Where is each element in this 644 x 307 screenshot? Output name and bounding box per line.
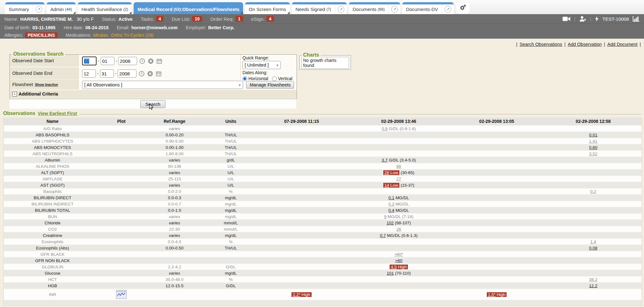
observation-value-link[interactable]: >60* [394,252,403,257]
observation-value-link[interactable]: 0.08 [589,246,597,250]
observation-value-link[interactable]: 26 [385,170,389,175]
observation-cell [101,132,142,138]
observation-value-link[interactable]: 3.7 [382,158,388,162]
observation-name-cell: Creatinine [4,233,101,239]
observation-name-cell: GFR BLACK [4,251,101,258]
observation-value-link[interactable]: 38.2 [589,277,597,282]
observation-cell: 0.00-0.20 [142,132,208,138]
observation-cell: 0.0-0.3 [142,195,208,201]
order-req-label: Order Req: [210,16,234,22]
date-end-month-input[interactable]: 12 [82,69,96,78]
tab-label: On Screen Forms [245,4,290,14]
observation-cell: mg/dL [208,195,254,201]
view-earliest-first-link[interactable]: View Earliest First [38,111,77,116]
observation-value-link[interactable]: 3.52 [589,151,597,156]
search-observations-link[interactable]: Search Observations [519,42,562,47]
allergy-badge[interactable]: PENICILLINS [25,32,58,38]
due-list-count-badge[interactable]: 10 [192,16,202,22]
observation-cell [101,207,142,214]
observation-value-link[interactable]: 2.2* [293,292,300,297]
observation-name-cell: ABS LYMPHOCYTES [4,138,101,145]
tab-health-surveillance[interactable]: Health Surveillance(2) [78,2,132,14]
tab-menu-indicator [73,12,75,14]
observation-value-link[interactable]: 1.4 [590,239,596,244]
add-observation-link[interactable]: Add Observation [568,42,602,47]
observation-cell: 1.5* High [448,289,545,300]
observation-cell [545,270,641,277]
date-end-year-input[interactable]: 2008 [118,69,136,78]
popout-icon[interactable]: ↗ [335,4,347,14]
observation-value-link[interactable]: 86 [396,164,401,169]
order-req-count-badge[interactable]: 1 [236,16,243,22]
tab-menu-indicator [129,12,131,14]
additional-criteria-label[interactable]: Additional Criteria [19,91,58,96]
date-start-month-input[interactable]: 01 [82,57,97,65]
date-start-day-input[interactable]: 01 [101,57,114,65]
medication-link[interactable]: Ortho Tri-Cyclen (28) [111,33,153,38]
observation-name-cell: HCT [4,277,101,283]
observation-value-link[interactable]: 12.2 [589,283,597,288]
lightning-icon[interactable] [595,16,599,22]
tasks-count-badge[interactable]: 4 [156,16,164,22]
quick-range-select[interactable]: [ Unlimited ] ∨ [242,61,281,69]
observation-value-link[interactable]: 1.5* [488,292,496,297]
observation-value-link[interactable]: 9 [384,214,386,219]
observation-cell [101,245,142,251]
search-button[interactable]: Search [140,100,165,108]
popout-icon[interactable]: ↗ [388,4,400,14]
calendar-icon[interactable] [156,58,163,64]
time-icon[interactable] [139,70,145,77]
observation-value-link[interactable]: 101 [387,271,394,276]
observation-value-link[interactable]: 0.3 [388,202,394,206]
clear-date-icon[interactable] [147,70,153,77]
clear-date-icon[interactable] [148,58,154,64]
observation-value-link[interactable]: 0.7 [380,233,386,238]
manage-flowsheets-button[interactable]: Manage Flowsheets [246,81,294,89]
observation-cell: 4.5 High [349,264,448,270]
tab-settings-button[interactable] [456,3,469,14]
popout-icon[interactable]: ↗ [442,4,454,14]
date-start-year-input[interactable]: 2008 [118,57,137,65]
tab-on-screen-forms[interactable]: On Screen Forms [245,2,290,14]
bar-chart-icon[interactable] [633,16,640,22]
observation-value-link[interactable]: >60 [395,258,402,263]
plot-thumbnail-icon[interactable] [116,290,127,299]
observation-value-link[interactable]: 1.41 [589,139,597,144]
tab-summary[interactable]: Summary↗ [5,2,45,14]
expand-plus-icon[interactable]: + [12,92,17,96]
esign-count-badge[interactable]: 4 [266,16,274,22]
tab-documents[interactable]: Documents(66)↗ [349,2,400,14]
tab-medical-record[interactable]: Medical Record(53):Observations/Flowshee… [134,2,243,14]
radio-vertical[interactable] [272,76,277,81]
show-inactive-link[interactable]: Show Inactive [35,83,58,86]
status-label: Status: [102,16,117,22]
observation-value-link[interactable]: 0.1 [388,195,394,200]
radio-horizontal[interactable] [242,76,247,81]
medication-link[interactable]: Miralax [93,33,108,38]
tab-needs-signed[interactable]: Needs Signed(7)↗ [292,2,347,14]
observation-value-link[interactable]: 14 [385,183,389,188]
add-document-link[interactable]: Add Document [607,42,637,47]
observation-value-link[interactable]: 27 [396,177,401,181]
flowsheet-select[interactable]: [ All Observations ] ∨ [82,81,243,89]
tab-documents-dv[interactable]: Documents-DV↗ [402,2,454,14]
observation-cell: mg/dL [208,201,254,207]
dob-value: 03-11-1995 [32,25,55,30]
observation-value-link[interactable]: 0.2 [590,189,596,194]
observation-value-link[interactable]: 0.8 [382,126,388,131]
observation-cell: varies [142,157,208,163]
observation-value-link[interactable]: 0.60 [589,145,597,150]
video-camera-icon[interactable] [563,16,570,21]
add-user-icon[interactable] [579,16,586,22]
observation-cell [545,126,641,132]
tab-admin[interactable]: Admin(44) [47,2,76,14]
calendar-icon[interactable] [156,70,162,77]
observation-value-link[interactable]: 26 [396,227,401,232]
time-icon[interactable] [139,58,146,64]
observation-value-link[interactable]: 0.01 [589,133,597,137]
date-end-day-input[interactable]: 31 [100,69,114,78]
popout-icon[interactable]: ↗ [33,4,45,14]
observation-value-link[interactable]: 0.4 [388,208,394,213]
observation-value-link[interactable]: 4.5 [391,265,397,269]
observation-value-link[interactable]: 102 [386,221,394,225]
